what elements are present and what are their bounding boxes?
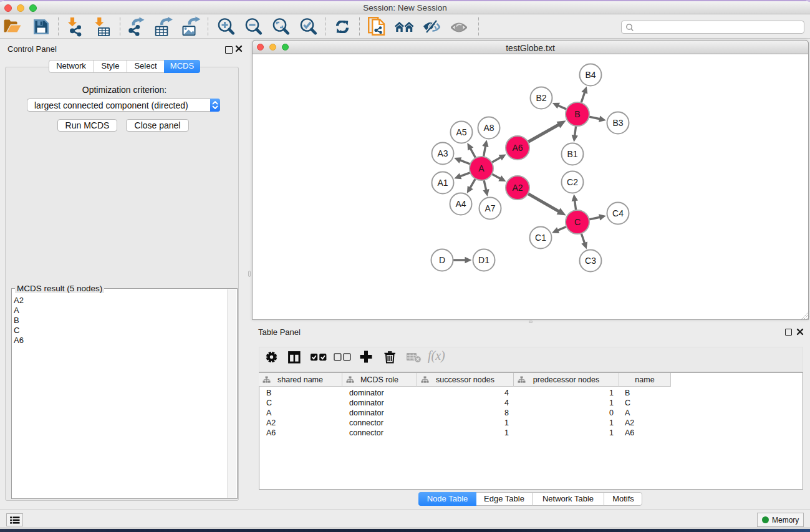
svg-text:A7: A7: [485, 203, 495, 213]
svg-text:A1: A1: [437, 178, 448, 188]
svg-text:A3: A3: [437, 148, 448, 158]
svg-text:D: D: [439, 255, 445, 265]
svg-text:A2: A2: [512, 183, 523, 193]
svg-text:B3: B3: [612, 118, 623, 128]
svg-text:B4: B4: [585, 70, 595, 80]
svg-text:C4: C4: [612, 208, 624, 218]
svg-text:A5: A5: [456, 127, 466, 137]
svg-text:C: C: [574, 217, 581, 227]
svg-text:A4: A4: [455, 199, 466, 209]
svg-text:C1: C1: [535, 233, 546, 243]
svg-text:A8: A8: [483, 123, 494, 133]
svg-text:B1: B1: [567, 149, 577, 159]
svg-text:B2: B2: [536, 93, 546, 103]
svg-text:C2: C2: [567, 177, 578, 187]
svg-text:A6: A6: [512, 143, 523, 153]
svg-text:A: A: [478, 163, 485, 173]
svg-text:D1: D1: [478, 255, 489, 265]
svg-text:B: B: [574, 109, 580, 119]
svg-text:C3: C3: [585, 256, 596, 266]
